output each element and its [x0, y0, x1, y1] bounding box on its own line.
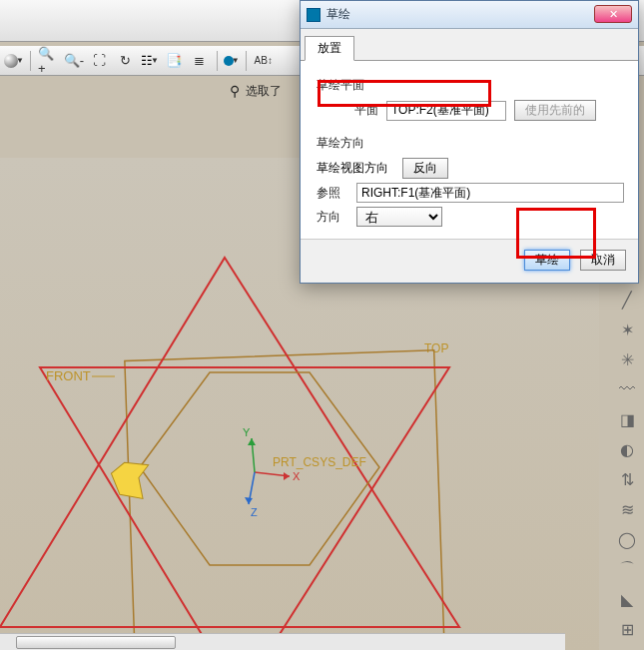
dialog-titlebar[interactable]: 草绘 ✕: [301, 1, 638, 29]
sketch-ok-button[interactable]: 草绘: [524, 250, 570, 271]
flip-button[interactable]: 反向: [402, 158, 448, 179]
saved-view-icon[interactable]: 📑: [163, 50, 185, 72]
svg-text:PRT_CSYS_DEF: PRT_CSYS_DEF: [273, 455, 366, 469]
star-triangle-down: [40, 367, 449, 650]
selection-status: 选取了: [246, 83, 282, 100]
plane-field[interactable]: [386, 101, 506, 121]
hole-tool-icon[interactable]: ◯: [615, 527, 639, 551]
datum-plane-rect: [125, 350, 444, 650]
extrude-tool-icon[interactable]: ◨: [615, 407, 639, 431]
direction-label: 方向: [317, 209, 348, 226]
sketch-tool-icon[interactable]: 〰: [615, 377, 639, 401]
redraw-icon[interactable]: ↻: [115, 50, 137, 72]
svg-text:Z: Z: [251, 506, 258, 518]
revolve-tool-icon[interactable]: ◐: [615, 437, 639, 461]
use-previous-button[interactable]: 使用先前的: [514, 100, 596, 121]
reference-field[interactable]: [356, 183, 624, 203]
round-tool-icon[interactable]: ⌒: [615, 557, 639, 581]
filter-icon[interactable]: ⚲: [230, 83, 240, 99]
front-plane-label: FRONT: [46, 368, 91, 383]
section-sketch-plane: 草绘平面: [317, 77, 624, 94]
svg-marker-8: [245, 497, 253, 504]
view-dropdown[interactable]: ☷▼: [141, 53, 159, 68]
close-button[interactable]: ✕: [594, 5, 632, 23]
section-sketch-orient: 草绘方向: [317, 135, 624, 152]
top-plane-label: TOP: [424, 341, 448, 355]
zoom-fit-icon[interactable]: ⛶: [89, 50, 111, 72]
sketch-dialog: 草绘 ✕ 放置 草绘平面 平面 使用先前的 草绘方向 草绘视图方向 反向 参照 …: [300, 0, 639, 284]
dialog-icon: [307, 8, 321, 22]
plane-label: 平面: [317, 102, 378, 119]
horizontal-scrollbar[interactable]: [0, 633, 565, 650]
zoom-in-icon[interactable]: 🔍+: [37, 50, 59, 72]
annotation-icon[interactable]: AB↕: [253, 50, 275, 72]
sweep-tool-icon[interactable]: ⇅: [615, 467, 639, 491]
star-triangle-up: [0, 258, 459, 627]
svg-marker-5: [248, 438, 256, 445]
zoom-out-icon[interactable]: 🔍-: [63, 50, 85, 72]
blend-tool-icon[interactable]: ≋: [615, 497, 639, 521]
csys-origin: X Y Z PRT_CSYS_DEF: [243, 426, 366, 518]
axis-tool-icon[interactable]: ╱: [615, 288, 639, 312]
layers-icon[interactable]: ≣: [189, 50, 211, 72]
svg-marker-2: [284, 472, 290, 480]
direction-arrow-icon: [104, 451, 159, 506]
tab-placement[interactable]: 放置: [305, 36, 354, 61]
direction-select[interactable]: 右: [356, 207, 442, 227]
cancel-button[interactable]: 取消: [580, 250, 626, 271]
point-tool-icon[interactable]: ✶: [615, 318, 639, 341]
dialog-title: 草绘: [326, 6, 632, 23]
chamfer-tool-icon[interactable]: ◣: [615, 587, 639, 611]
right-toolbar: ▱ ╱ ✶ ✳ 〰 ◨ ◐ ⇅ ≋ ◯ ⌒ ◣ ⊞: [612, 258, 642, 641]
reference-label: 参照: [317, 185, 348, 202]
view-direction-label: 草绘视图方向: [317, 160, 388, 177]
appearance-dropdown[interactable]: ▼: [4, 54, 24, 68]
display-style-dropdown[interactable]: ▼: [224, 56, 240, 66]
pattern-tool-icon[interactable]: ⊞: [615, 617, 639, 641]
csys-tool-icon[interactable]: ✳: [615, 347, 639, 371]
svg-text:Y: Y: [243, 426, 251, 438]
svg-text:X: X: [293, 470, 301, 482]
